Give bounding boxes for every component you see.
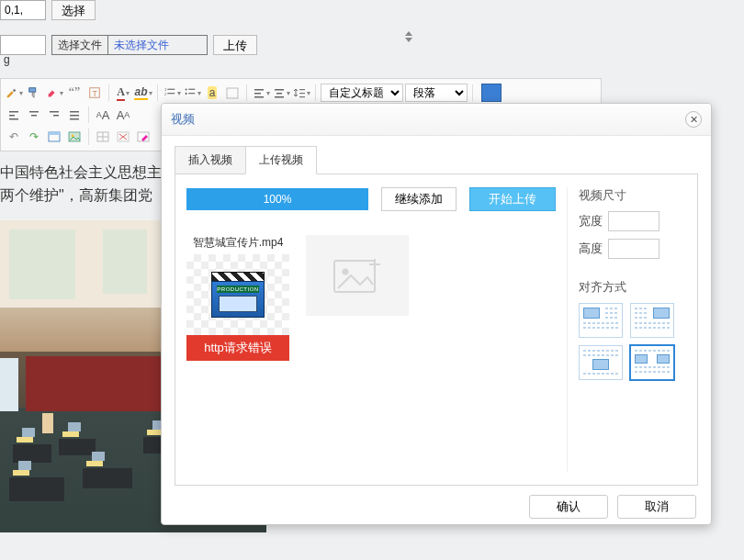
continue-add-button[interactable]: 继续添加 [381,187,457,211]
blank-box-icon[interactable] [223,84,242,102]
chevron-down-icon[interactable] [405,38,412,42]
upload-error-badge: http请求错误 [186,335,289,361]
upload-progress: 100% [186,188,368,210]
svg-rect-27 [53,115,59,117]
line-height-icon[interactable]: ▾ [292,84,310,102]
svg-rect-13 [254,93,261,95]
svg-rect-28 [70,111,79,113]
format-paint-icon[interactable] [25,84,43,102]
svg-rect-5 [167,89,175,90]
svg-rect-14 [254,96,264,98]
font-color-icon[interactable]: A▾ [114,84,132,102]
svg-rect-32 [49,132,60,135]
font-increase-icon[interactable]: AA [94,106,112,124]
svg-rect-23 [9,118,18,120]
text-line-1: 中国特色社会主义思想主 [0,163,162,183]
video-dialog: 视频 ✕ 插入视频 上传视频 100% 继续添加 开始上传 智慧城宣传片.mp4 [161,103,712,525]
image-icon[interactable] [65,128,84,146]
redo-icon[interactable]: ↷ [25,128,43,146]
second-input[interactable] [0,35,46,55]
align-option-2[interactable] [630,303,674,338]
back-color-icon[interactable]: ab▾ [134,84,152,102]
svg-rect-20 [299,96,305,97]
justify-btn[interactable] [65,106,84,124]
svg-rect-6 [167,93,175,94]
svg-rect-42 [334,261,375,292]
svg-rect-30 [70,118,79,120]
ordered-list-icon[interactable]: 12▾ [163,84,181,102]
start-upload-button[interactable]: 开始上传 [469,187,556,211]
align-title: 对齐方式 [579,279,686,296]
small-num-input[interactable] [0,0,46,20]
insert-table-icon[interactable] [94,128,112,146]
delete-table-icon[interactable] [114,128,132,146]
align-left-btn[interactable] [5,106,23,124]
svg-point-7 [185,88,186,90]
height-input[interactable] [608,239,659,259]
svg-rect-22 [9,115,15,117]
svg-rect-25 [31,115,37,117]
width-input[interactable] [608,211,659,231]
font-decrease-icon[interactable]: AA [114,106,132,124]
g-suffix-label: g [4,53,10,66]
chevron-up-icon[interactable] [405,31,412,36]
svg-rect-11 [227,88,238,98]
image-placeholder-icon [333,255,382,296]
add-slot[interactable] [306,235,409,316]
cancel-button[interactable]: 取消 [617,495,696,519]
svg-rect-19 [299,93,305,94]
number-spinner[interactable] [401,29,416,50]
choose-file-button[interactable]: 选择文件 [52,36,108,54]
align-option-3[interactable] [579,345,623,380]
video-thumb[interactable]: 智慧城宣传片.mp4 PRODUCTION http请求错误 [186,235,289,361]
video-filename: 智慧城宣传片.mp4 [186,235,289,251]
svg-rect-15 [275,89,284,91]
svg-rect-10 [188,93,195,94]
text-box-icon[interactable]: T [85,84,104,102]
svg-rect-0 [29,88,36,92]
video-size-title: 视频尺寸 [579,187,686,204]
svg-rect-21 [9,111,18,113]
paragraph-select[interactable]: 段落 [405,84,468,102]
clapboard-icon: PRODUCTION [186,254,289,335]
no-file-label: 未选择文件 [108,36,175,54]
svg-rect-24 [29,111,39,113]
close-icon[interactable]: ✕ [685,111,702,128]
align-right-btn[interactable] [45,106,63,124]
svg-rect-9 [188,89,195,90]
document-text: 中国特色社会主义思想主 两个维护"，高新集团党 [0,163,162,206]
undo-icon[interactable]: ↶ [5,128,23,146]
clapboard-label: PRODUCTION [217,286,259,293]
align-center-btn[interactable] [25,106,43,124]
table-edit-icon[interactable] [134,128,152,146]
svg-rect-26 [50,111,59,113]
tab-insert-video[interactable]: 插入视频 [175,146,246,174]
upload-button[interactable]: 上传 [213,35,257,55]
svg-text:T: T [92,89,97,98]
align-icon[interactable]: ▾ [252,84,270,102]
text-line-2: 两个维护"，高新集团党 [0,186,162,206]
svg-rect-12 [254,89,264,91]
dialog-title: 视频 [171,111,685,128]
brush-icon[interactable]: ▾ [5,84,23,102]
file-input[interactable]: 选择文件 未选择文件 [51,35,208,55]
width-label: 宽度 [579,213,603,230]
svg-rect-29 [70,115,79,117]
svg-rect-16 [276,93,282,95]
svg-text:2: 2 [163,92,166,96]
align-center-icon[interactable]: ▾ [272,84,290,102]
quote-icon[interactable]: “” [65,84,84,102]
fullscreen-icon[interactable] [481,84,502,102]
highlight-a-icon[interactable]: a [203,84,221,102]
svg-point-8 [185,93,186,95]
table-props-icon[interactable] [45,128,63,146]
highlighter-icon[interactable]: ▾ [45,84,63,102]
style-select[interactable]: 自定义标题 [321,84,403,102]
align-option-4[interactable] [630,345,674,380]
select-button[interactable]: 选择 [51,0,96,20]
ok-button[interactable]: 确认 [529,495,608,519]
align-option-1[interactable] [579,303,623,338]
bullet-list-icon[interactable]: ▾ [183,84,201,102]
tab-upload-video[interactable]: 上传视频 [245,146,317,174]
svg-rect-17 [275,96,284,98]
